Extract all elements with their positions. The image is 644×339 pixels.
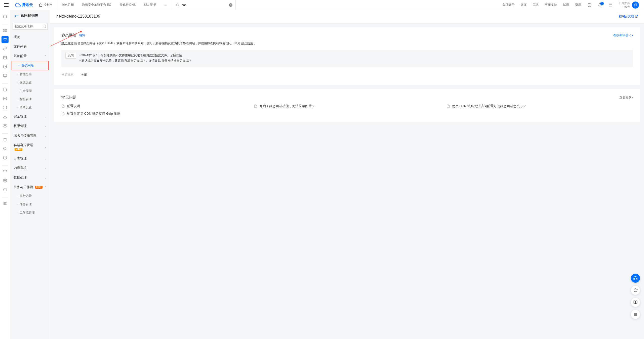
faq-item[interactable]: 配置说明: [61, 104, 248, 108]
sidebar-item-filelist[interactable]: 文件列表: [10, 42, 50, 51]
sidebar-item-overview[interactable]: 概览: [10, 32, 50, 42]
panel-title: 静态网站 编辑: [61, 33, 85, 38]
online-editor-link[interactable]: 在线编辑器: [613, 33, 633, 37]
faq-item[interactable]: 配置自定义 CDN 域名支持 Gzip 压缩: [61, 111, 248, 116]
sidebar-item-smart-tier[interactable]: 智能分层: [10, 70, 50, 78]
svg-point-34: [43, 25, 45, 27]
rail-trash-icon[interactable]: [2, 136, 9, 143]
link-billing[interactable]: 费用: [572, 0, 584, 10]
search-input[interactable]: [182, 3, 227, 7]
search-clear-icon[interactable]: ✕: [229, 3, 232, 7]
chevron-down-icon: ⌄: [45, 115, 47, 118]
sidebar-item-inventory[interactable]: 清单设置: [10, 103, 50, 112]
svg-point-29: [5, 180, 6, 181]
nav-domain-reg[interactable]: 域名注册: [58, 0, 78, 10]
rail-db-icon[interactable]: [2, 168, 9, 175]
svg-rect-6: [4, 29, 5, 30]
hamburger-menu[interactable]: [4, 2, 10, 8]
nav-ssl[interactable]: SSL 证书: [140, 0, 160, 10]
nav-more[interactable]: ···: [160, 0, 171, 10]
sidebar-item-lifecycle[interactable]: 生命周期: [10, 87, 50, 95]
sidebar-item-basic-config[interactable]: 基础配置⌃: [10, 51, 50, 61]
bell-icon: 1: [598, 3, 602, 7]
learn-more-link[interactable]: 了解详情: [170, 54, 182, 57]
back-button[interactable]: 返回桶列表: [10, 10, 50, 22]
chevron-down-icon: ⌄: [45, 176, 47, 179]
link-trial[interactable]: 试用: [560, 0, 572, 10]
sidebar-item-exec-record[interactable]: 执行记录: [10, 192, 50, 200]
sidebar-item-data-process[interactable]: 数据处理⌄: [10, 173, 50, 182]
switch-domain-link[interactable]: 存储桶切换自定义域名: [162, 59, 192, 62]
brand-logo[interactable]: 腾讯云: [15, 2, 33, 8]
console-doc-link[interactable]: 控制台文档: [619, 14, 638, 19]
sidebar-item-fault[interactable]: 容错容灾管理NEW ⌄: [10, 140, 50, 154]
rail-download-icon[interactable]: [2, 113, 9, 120]
sidebar-item-tags[interactable]: 标签管理: [10, 95, 50, 103]
chevron-down-icon: ⌄: [45, 125, 47, 128]
refresh-float-btn[interactable]: [631, 286, 640, 295]
inbox-icon: [608, 3, 613, 7]
faq-item[interactable]: 使用 CDN 域名无法访问配置好的静态网站怎么办？: [447, 104, 633, 108]
rail-grid-icon[interactable]: [2, 27, 9, 34]
help-icon-wrap[interactable]: [584, 0, 595, 10]
menu-float-btn[interactable]: [631, 310, 640, 319]
sidebar-item-log[interactable]: 日志管理⌄: [10, 154, 50, 163]
custom-domain-link[interactable]: 配置自定义域名: [125, 59, 146, 62]
support-float-btn[interactable]: [631, 274, 640, 283]
rail-layers-icon[interactable]: [2, 122, 9, 129]
link-tools[interactable]: 工具: [530, 0, 542, 10]
rail-gear-icon[interactable]: [2, 177, 9, 184]
sidebar-item-audit[interactable]: 内容审核⌄: [10, 163, 50, 173]
edit-link[interactable]: 编辑: [79, 33, 85, 37]
sidebar-item-permission[interactable]: 权限管理⌄: [10, 121, 50, 131]
rail-zoom-icon[interactable]: [2, 145, 9, 152]
rail-monitor-icon[interactable]: [2, 72, 9, 79]
doc-icon: [254, 104, 257, 108]
rail-file-icon[interactable]: [2, 86, 9, 93]
faq-item[interactable]: 开启了静态网站功能，无法显示图片？: [254, 104, 440, 108]
rail-bucket-icon[interactable]: [2, 36, 9, 43]
arrow-left-icon: [16, 14, 19, 18]
page-header: hexo-demo-1253163109 控制台文档: [50, 10, 644, 23]
sidebar-item-workflow-mgmt[interactable]: 工作流管理: [10, 208, 50, 217]
rail-clock-icon[interactable]: [2, 154, 9, 161]
status-label: 当前状态: [61, 73, 73, 77]
headset-icon: [633, 276, 638, 280]
docs-float-btn[interactable]: [631, 298, 640, 307]
sidebar-item-domain[interactable]: 域名与传输管理⌄: [10, 131, 50, 140]
rail-cube-icon[interactable]: [2, 13, 9, 20]
view-more-link[interactable]: 查看更多 ›: [619, 95, 633, 100]
rail-sliders-icon[interactable]: [2, 104, 9, 111]
inbox-icon-wrap[interactable]: [605, 0, 616, 10]
rail-pie-icon[interactable]: [2, 63, 9, 70]
svg-line-35: [45, 27, 46, 28]
notification-badge: 1: [600, 2, 604, 5]
sidebar-item-workflow[interactable]: 任务与工作流 HOT ⌃: [10, 182, 50, 192]
info-content: • 2024年1月1日后创建的桶不支持使用默认域名在浏览器预览文件。了解详情 •…: [79, 53, 192, 64]
sidebar-search: [13, 23, 48, 30]
sidebar-item-static-site[interactable]: 静态网站: [12, 61, 48, 70]
sidebar-item-security[interactable]: 安全管理⌄: [10, 112, 50, 121]
link-support[interactable]: 客服支持: [542, 0, 560, 10]
nav-edge-eo[interactable]: 边缘安全加速平台 EO: [78, 0, 115, 10]
rail-target-icon[interactable]: [2, 95, 9, 102]
link-beian[interactable]: 备案: [518, 0, 530, 10]
rail-refresh-icon[interactable]: [2, 186, 9, 193]
console-link[interactable]: 控制台: [39, 3, 53, 7]
chevron-down-icon: ⌄: [45, 134, 47, 137]
avatar: 归: [632, 2, 639, 9]
rail-collapse-icon[interactable]: [2, 200, 9, 207]
notification-icon-wrap[interactable]: 1: [595, 0, 605, 10]
user-menu[interactable]: 归去如风 主账号 归: [616, 1, 642, 9]
guide-link[interactable]: 操作指南: [241, 41, 253, 45]
sidebar-item-origin[interactable]: 回源设置: [10, 78, 50, 87]
doc-icon: [447, 104, 450, 108]
svg-rect-4: [609, 4, 612, 6]
nav-dns[interactable]: 云解析 DNS: [115, 0, 140, 10]
rail-calendar-icon[interactable]: [2, 54, 9, 61]
sidebar-item-task-mgmt[interactable]: 任务管理: [10, 200, 50, 208]
svg-point-17: [4, 98, 6, 99]
brand-text: 腾讯云: [22, 3, 33, 7]
link-group-account[interactable]: 集团账号: [500, 0, 518, 10]
rail-link-icon[interactable]: [2, 45, 9, 52]
